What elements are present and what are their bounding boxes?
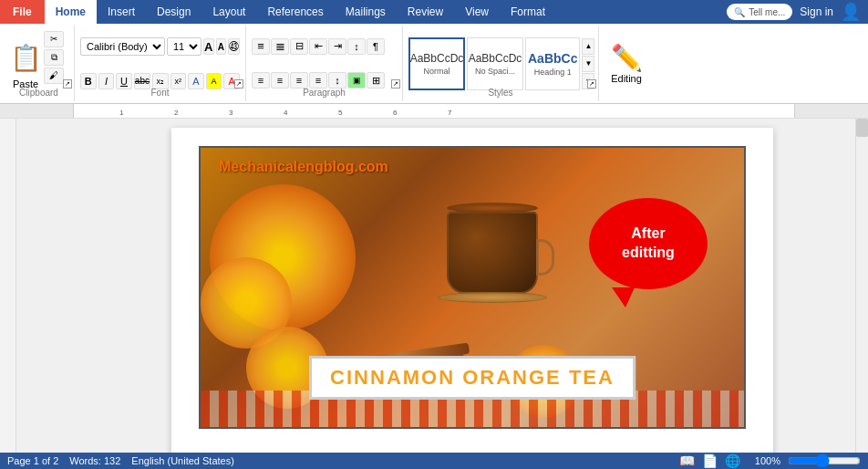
top-right-area: 🔍 Tell me... Sign in 👤	[727, 0, 868, 24]
bullets-button[interactable]: ≡	[252, 38, 270, 55]
page-status: Page 1 of 2	[7, 455, 58, 466]
tab-home[interactable]: Home	[45, 0, 97, 24]
font-group: Calibri (Body) 11 A A ㊸ B I U abc x₂ x² …	[75, 26, 246, 101]
style-heading1[interactable]: AaBbCc Heading 1	[525, 37, 580, 90]
clipboard-expand[interactable]: ↗	[63, 79, 72, 89]
ruler-main: 1 2 3 4 5 6 7	[73, 104, 795, 118]
style-normal-sample: AaBbCcDc	[410, 52, 464, 65]
web-layout-button[interactable]: 🌐	[725, 453, 740, 468]
paragraph-group: ≡ ≣ ⊟ ⇤ ⇥ ↕ ¶ ≡ ≡ ≡ ≡ ↕ ▣ ⊞ Paragraph ↗	[246, 26, 403, 101]
left-margin	[16, 119, 89, 469]
para-row2: ≡ ≡ ≡ ≡ ↕ ▣ ⊞	[252, 72, 397, 89]
style-nospacing-sample: AaBbCcDc	[469, 52, 522, 65]
search-icon: 🔍	[734, 7, 745, 17]
paragraph-expand[interactable]: ↗	[391, 79, 400, 89]
tab-design[interactable]: Design	[146, 0, 202, 24]
style-no-spacing[interactable]: AaBbCcDc No Spaci...	[467, 37, 523, 90]
clipboard-group: 📋 Paste ✂ ⧉ 🖌 Clipboard ↗	[4, 26, 75, 101]
multilevel-list-button[interactable]: ⊟	[290, 38, 308, 55]
styles-scroll-up[interactable]: ▲	[582, 38, 594, 55]
tabs-container: File Home Insert Design Layout Reference…	[0, 0, 556, 24]
align-center-button[interactable]: ≡	[271, 72, 289, 89]
svg-text:6: 6	[393, 109, 398, 117]
website-text: Mechanicalengblog.com	[219, 159, 388, 175]
font-expand[interactable]: ↗	[234, 79, 243, 89]
tab-mailings[interactable]: Mailings	[335, 0, 397, 24]
shading-button[interactable]: ▣	[347, 72, 366, 89]
font-shrink-button[interactable]: A	[216, 38, 227, 55]
scroll-up-button[interactable]	[856, 119, 868, 137]
editing-icon: ✏️	[611, 43, 643, 73]
clear-format-button[interactable]: ㊸	[228, 38, 240, 55]
status-bar: Page 1 of 2 Words: 132 English (United S…	[0, 453, 868, 469]
clipboard-label: Clipboard	[4, 88, 74, 99]
tell-me-text: Tell me...	[749, 7, 785, 17]
speech-bubble-text: After editting	[622, 224, 675, 263]
tea-saucer	[438, 292, 547, 303]
editing-group: ✏️ Editing	[599, 26, 654, 101]
show-marks-button[interactable]: ¶	[367, 38, 385, 55]
document-area[interactable]: After editting Mechanicalengblog.com CIN…	[89, 119, 855, 469]
style-nospacing-label: No Spaci...	[475, 67, 515, 76]
ruler-right-side	[795, 104, 868, 118]
read-mode-button[interactable]: 📖	[679, 453, 695, 468]
language-status: English (United States)	[131, 455, 234, 466]
zoom-slider[interactable]	[788, 456, 861, 465]
numbering-button[interactable]: ≣	[271, 38, 289, 55]
font-grow-button[interactable]: A	[203, 38, 214, 55]
tab-insert[interactable]: Insert	[97, 0, 146, 24]
style-h1-sample: AaBbCc	[528, 51, 577, 66]
sort-button[interactable]: ↕	[347, 38, 366, 55]
scrollbar-right[interactable]	[855, 119, 868, 469]
title-banner-text: CINNAMON ORANGE TEA	[330, 366, 615, 389]
font-size-select[interactable]: 11	[167, 37, 202, 56]
ribbon-tab-bar: File Home Insert Design Layout Reference…	[0, 0, 868, 24]
status-bar-right: 📖 📄 🌐 100%	[679, 453, 861, 468]
editing-button[interactable]: ✏️ Editing	[602, 32, 652, 96]
sign-in-button[interactable]: Sign in	[800, 5, 833, 18]
font-name-select[interactable]: Calibri (Body)	[80, 37, 165, 56]
increase-indent-button[interactable]: ⇥	[328, 38, 346, 55]
paste-icon: 📋	[9, 38, 42, 78]
print-layout-button[interactable]: 📄	[702, 453, 718, 468]
align-right-button[interactable]: ≡	[290, 72, 308, 89]
svg-text:4: 4	[284, 109, 288, 117]
cut-button[interactable]: ✂	[44, 31, 64, 47]
svg-text:5: 5	[338, 109, 343, 117]
tab-view[interactable]: View	[454, 0, 500, 24]
tab-file[interactable]: File	[0, 0, 45, 24]
style-h1-label: Heading 1	[534, 68, 572, 77]
justify-button[interactable]: ≡	[309, 72, 327, 89]
format-painter-button[interactable]: 🖌	[44, 68, 64, 84]
tell-me-button[interactable]: 🔍 Tell me...	[727, 4, 792, 20]
document-page: After editting Mechanicalengblog.com CIN…	[171, 128, 773, 469]
clipboard-small-buttons: ✂ ⧉ 🖌	[44, 31, 64, 84]
tab-layout[interactable]: Layout	[202, 0, 256, 24]
tab-format[interactable]: Format	[500, 0, 556, 24]
ribbon-content: 📋 Paste ✂ ⧉ 🖌 Clipboard ↗ Calibri (Body)	[0, 24, 868, 104]
tab-review[interactable]: Review	[397, 0, 454, 24]
style-normal[interactable]: AaBbCcDc Normal	[408, 37, 465, 90]
tea-handle	[536, 239, 554, 276]
copy-button[interactable]: ⧉	[44, 49, 64, 66]
zoom-level: 100%	[755, 455, 780, 466]
styles-scroll-down[interactable]: ▼	[582, 56, 594, 72]
paragraph-label: Paragraph	[246, 88, 402, 99]
speech-bubble: After editting	[589, 198, 708, 289]
borders-button[interactable]: ⊞	[367, 72, 385, 89]
font-label: Font	[75, 88, 245, 99]
title-banner: CINNAMON ORANGE TEA	[309, 356, 636, 400]
align-left-button[interactable]: ≡	[252, 72, 270, 89]
tab-references[interactable]: References	[256, 0, 334, 24]
word-count-status: Words: 132	[69, 455, 120, 466]
line-spacing-button[interactable]: ↕	[328, 72, 346, 89]
styles-expand[interactable]: ↗	[587, 79, 596, 89]
paste-button[interactable]: 📋 Paste	[9, 38, 42, 89]
decrease-indent-button[interactable]: ⇤	[309, 38, 327, 55]
para-row1: ≡ ≣ ⊟ ⇤ ⇥ ↕ ¶	[252, 38, 397, 55]
user-avatar[interactable]: 👤	[841, 2, 861, 22]
svg-text:3: 3	[229, 109, 233, 117]
tea-cup-container	[438, 175, 556, 312]
tea-cup-body	[447, 212, 538, 294]
styles-group: AaBbCcDc Normal AaBbCcDc No Spaci... AaB…	[403, 26, 599, 101]
